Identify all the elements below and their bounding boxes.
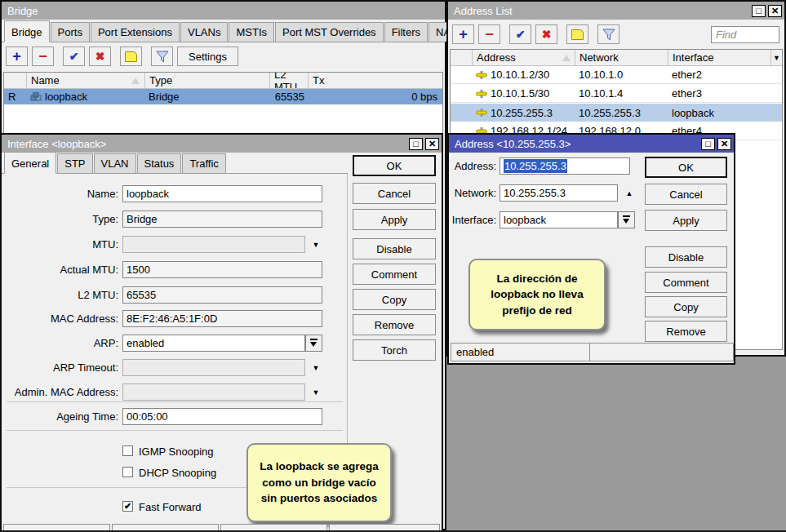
mtu-field[interactable] <box>122 236 305 253</box>
settings-button[interactable]: Settings <box>177 47 238 66</box>
comment-button[interactable]: Comment <box>645 272 727 293</box>
maximize-button[interactable]: □ <box>701 138 715 150</box>
igmp-snooping-checkbox[interactable] <box>122 446 133 456</box>
interface-field[interactable] <box>500 211 618 228</box>
address-col-flags[interactable] <box>451 50 472 66</box>
bridge-col-flags[interactable] <box>4 73 26 89</box>
bridge-tab-filters[interactable]: Filters <box>384 22 428 42</box>
ageing-time-field[interactable] <box>122 408 322 425</box>
selected-text: 10.255.255.3 <box>504 159 567 173</box>
cancel-button[interactable]: Cancel <box>353 183 436 204</box>
copy-button[interactable]: Copy <box>645 296 727 317</box>
address-field[interactable]: 10.255.255.3 <box>500 157 630 175</box>
arp-timeout-dropdown-icon[interactable]: ▼ <box>309 364 322 372</box>
disable-button[interactable]: Disable <box>645 246 727 268</box>
address-list-title: Address List <box>454 5 513 17</box>
add-button[interactable]: + <box>6 47 28 66</box>
enable-button[interactable]: ✔ <box>63 47 85 66</box>
apply-button[interactable]: Apply <box>645 210 727 231</box>
filter-address-button[interactable] <box>597 24 619 44</box>
close-button[interactable]: ✕ <box>425 138 439 150</box>
bridge-tab-mstis[interactable]: MSTIs <box>229 22 274 42</box>
address-label: Address: <box>449 160 496 172</box>
bridge-tab-vlans[interactable]: VLANs <box>180 22 228 42</box>
enable-address-button[interactable]: ✔ <box>509 24 531 44</box>
ageing-time-label: Ageing Time: <box>2 410 118 423</box>
filter-button[interactable] <box>151 47 173 66</box>
address-list-titlebar[interactable]: Address List □ ✕ <box>448 2 784 20</box>
address-row[interactable]: 10.10.1.5/30 10.10.1.4 ether3 <box>451 85 782 103</box>
status-cell <box>589 343 734 361</box>
remove-address-button[interactable]: − <box>478 24 500 44</box>
interface-combo-button[interactable] <box>618 211 635 228</box>
bridge-row-loopback[interactable]: R loopback Bridge 65535 0 bps <box>4 89 442 104</box>
interface-tab-status[interactable]: Status <box>137 153 182 173</box>
arp-timeout-field[interactable] <box>122 359 305 376</box>
network-up-icon[interactable]: ▲ <box>623 189 636 197</box>
interface-tab-traffic[interactable]: Traffic <box>182 153 225 173</box>
comment-address-button[interactable] <box>566 24 588 44</box>
disable-address-button[interactable]: ✖ <box>535 24 557 44</box>
bridge-interface-icon <box>30 92 42 101</box>
close-button[interactable]: ✕ <box>717 138 731 150</box>
interface-tabstrip: General STP VLAN Status Traffic <box>2 153 348 174</box>
name-field[interactable] <box>122 185 322 202</box>
address-col-network[interactable]: Network <box>575 50 668 66</box>
remove-button[interactable]: − <box>32 47 54 66</box>
disable-button[interactable]: Disable <box>353 238 436 259</box>
disable-button[interactable]: ✖ <box>89 47 111 66</box>
arp-field[interactable] <box>122 335 305 352</box>
address-dialog-titlebar[interactable]: Address <10.255.255.3> □ ✕ <box>449 135 734 153</box>
comment-button[interactable]: Comment <box>353 264 436 285</box>
mtu-dropdown-icon[interactable]: ▼ <box>309 241 322 249</box>
fast-forward-checkbox[interactable]: ✔ <box>122 501 133 512</box>
dhcp-snooping-checkbox[interactable] <box>122 467 133 477</box>
torch-button[interactable]: Torch <box>353 339 436 361</box>
address-row[interactable]: 10.10.1.2/30 10.10.1.0 ether2 <box>451 66 782 84</box>
enable-check-icon: ✔ <box>69 50 79 63</box>
ok-button[interactable]: OK <box>353 155 436 176</box>
interface-tab-vlan[interactable]: VLAN <box>94 153 136 173</box>
bridge-col-l2mtu[interactable]: L2 MTU <box>269 73 308 89</box>
l2mtu-field: 65535 <box>122 286 322 304</box>
bridge-col-name[interactable]: Name <box>26 73 144 89</box>
interface-dialog-titlebar[interactable]: Interface <loopback> □ ✕ <box>2 135 442 153</box>
bridge-tab-port-extensions[interactable]: Port Extensions <box>91 22 180 42</box>
remove-button[interactable]: Remove <box>353 314 436 335</box>
combo-dropdown-icon <box>310 339 318 348</box>
interface-tab-general[interactable]: General <box>4 152 56 174</box>
admin-mac-dropdown-icon[interactable]: ▼ <box>309 388 322 397</box>
bridge-tab-ports[interactable]: Ports <box>51 22 90 42</box>
bridge-tab-bridge[interactable]: Bridge <box>4 20 50 42</box>
admin-mac-field[interactable] <box>122 383 305 401</box>
comment-button[interactable] <box>120 47 142 66</box>
enable-check-icon: ✔ <box>516 28 526 41</box>
maximize-button[interactable]: □ <box>752 5 766 17</box>
arp-combo-button[interactable] <box>305 335 322 352</box>
filter-funnel-icon <box>602 29 615 41</box>
bridge-tab-port-mst-overrides[interactable]: Port MST Overrides <box>275 22 384 42</box>
bridge-col-tx[interactable]: Tx <box>308 73 442 89</box>
bridge-tabstrip: Bridge Ports Port Extensions VLANs MSTIs… <box>2 20 445 42</box>
combo-dropdown-icon <box>623 215 630 224</box>
maximize-button[interactable]: □ <box>409 138 423 150</box>
remove-button[interactable]: Remove <box>645 321 727 342</box>
network-label: Network: <box>449 187 496 199</box>
find-input[interactable] <box>711 26 779 43</box>
network-field[interactable] <box>500 184 618 202</box>
address-row-selected[interactable]: 10.255.255.3 10.255.255.3 loopback <box>451 104 782 122</box>
apply-button[interactable]: Apply <box>353 209 436 230</box>
bridge-titlebar[interactable]: Bridge <box>2 2 445 20</box>
interface-tab-stp[interactable]: STP <box>57 153 92 173</box>
copy-button[interactable]: Copy <box>353 289 436 310</box>
mac-address-field: 8E:F2:46:A5:1F:0D <box>122 310 322 327</box>
cancel-button[interactable]: Cancel <box>645 184 727 205</box>
add-address-button[interactable]: + <box>452 24 474 44</box>
address-col-address[interactable]: Address <box>472 50 575 66</box>
bridge-col-type[interactable]: Type <box>144 73 269 89</box>
column-selector-button[interactable]: ▼ <box>770 50 782 66</box>
close-button[interactable]: ✕ <box>768 5 782 17</box>
ok-button[interactable]: OK <box>645 157 727 178</box>
address-col-interface[interactable]: Interface <box>668 50 770 66</box>
row-type: Bridge <box>144 89 269 104</box>
